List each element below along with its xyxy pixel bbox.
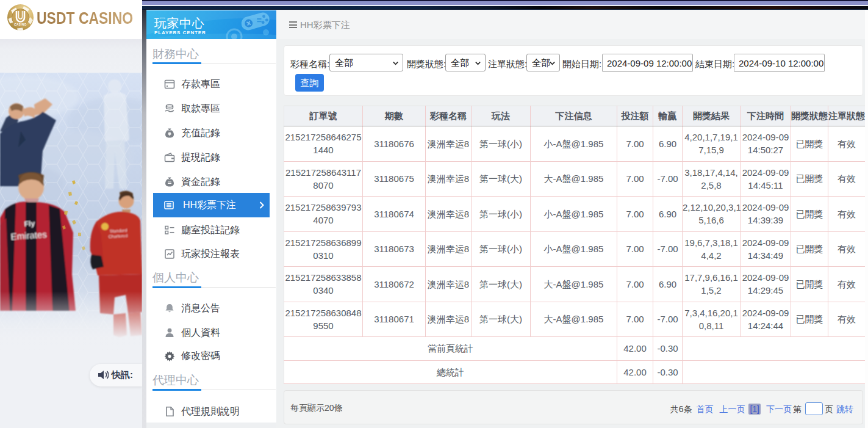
svg-text:Fly: Fly xyxy=(24,219,35,228)
svg-text:CASINO: CASINO xyxy=(14,23,27,26)
svg-text:Standard: Standard xyxy=(110,228,127,233)
